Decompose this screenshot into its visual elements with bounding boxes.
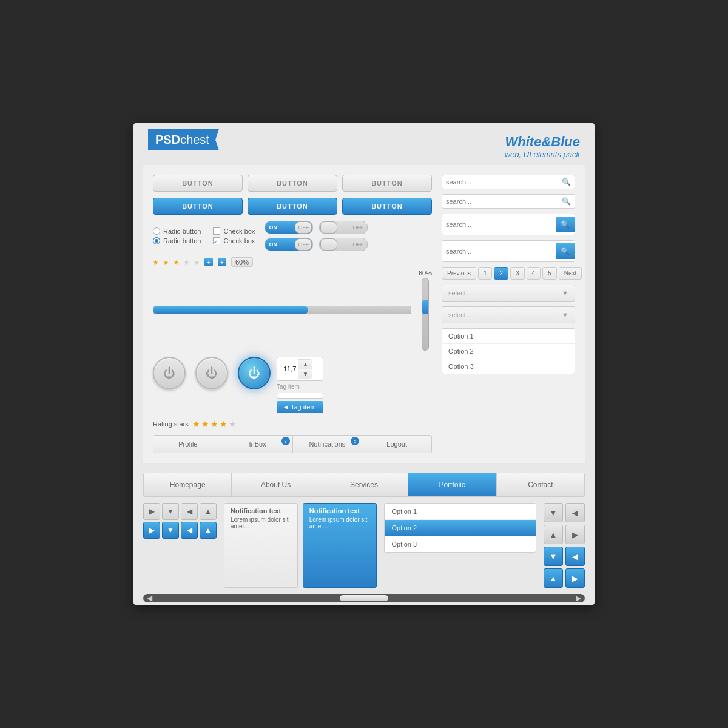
dropdown-1-arrow: ▼: [562, 289, 568, 297]
star-5[interactable]: ★: [229, 419, 237, 429]
vertical-slider-thumb: [422, 300, 428, 314]
stepper-down[interactable]: ▼: [298, 369, 312, 379]
tab-notifications[interactable]: Notifications 5: [293, 436, 363, 453]
toggle-off-label-4: OFF: [352, 241, 367, 248]
rarrow-down-blue[interactable]: ▼: [544, 547, 563, 566]
radio-group: Radio button Radio button: [153, 228, 201, 244]
blue-button-3[interactable]: BUTTON: [342, 198, 432, 215]
arrow-up-gray[interactable]: ▲: [200, 503, 217, 520]
star-4[interactable]: ★: [220, 419, 228, 429]
dropdown-2[interactable]: select... ▼: [442, 306, 575, 323]
nav-contact[interactable]: Contact: [497, 473, 584, 496]
rarrow-up-gray[interactable]: ▲: [544, 525, 563, 544]
page-next[interactable]: Next: [559, 267, 582, 280]
search-icon-2: 🔍: [562, 197, 571, 206]
page-3[interactable]: 3: [510, 267, 525, 280]
star-1[interactable]: ★: [192, 419, 200, 429]
bottom-option-2[interactable]: Option 2: [385, 520, 536, 536]
page-5[interactable]: 5: [542, 267, 557, 280]
scroll-arrow-right[interactable]: ▶: [576, 594, 581, 602]
toggle-off[interactable]: ON OFF: [319, 221, 368, 234]
arrow-down-blue[interactable]: ▼: [162, 522, 179, 539]
tab-profile[interactable]: Profile: [153, 436, 223, 453]
search-button-blue-2[interactable]: 🔍: [556, 243, 575, 259]
radio-circle-2: [153, 237, 160, 244]
blue-button-1[interactable]: BUTTON: [153, 198, 243, 215]
nav-about[interactable]: About Us: [232, 473, 320, 496]
option-item-1[interactable]: Option 1: [442, 329, 575, 344]
option-item-2[interactable]: Option 2: [442, 344, 575, 359]
star-3[interactable]: ★: [211, 419, 218, 429]
power-row: ⏻ ⏻ ⏻: [153, 357, 271, 389]
gray-button-2[interactable]: BUTTON: [248, 175, 337, 192]
bottom-option-1[interactable]: Option 1: [385, 504, 536, 520]
nav-portfolio[interactable]: Portfolio: [408, 473, 496, 496]
rarrow-right-gray[interactable]: ▶: [565, 525, 585, 544]
number-stepper[interactable]: 11,7 ▲ ▼: [281, 359, 312, 379]
radio-item-1[interactable]: Radio button: [153, 228, 201, 235]
search-input-4[interactable]: [446, 248, 553, 255]
logo-ribbon: PSDchest: [148, 129, 219, 150]
power-button-off-2[interactable]: ⏻: [195, 357, 228, 389]
scroll-arrow-left[interactable]: ◀: [147, 594, 152, 602]
search-input-1[interactable]: [446, 178, 559, 186]
search-input-3[interactable]: [446, 221, 553, 228]
nav-bar: Homepage About Us Services Portfolio Con…: [143, 473, 585, 497]
toggle-row: ON OFF ON OFF ON: [265, 221, 368, 251]
stepper-up[interactable]: ▲: [298, 359, 312, 369]
arrow-up-blue[interactable]: ▲: [200, 522, 217, 539]
bottom-option-3[interactable]: Option 3: [385, 536, 536, 552]
scrollbar-area[interactable]: ◀ ▶: [143, 594, 585, 602]
vertical-slider[interactable]: [422, 278, 429, 351]
page-4[interactable]: 4: [527, 267, 541, 280]
search-icon-1: 🔍: [562, 178, 571, 186]
option-item-3[interactable]: Option 3: [442, 359, 575, 374]
rarrow-up-blue[interactable]: ▲: [544, 568, 563, 588]
toggle-off-2[interactable]: ON OFF: [319, 238, 368, 251]
arrow-right-gray[interactable]: ▶: [143, 503, 160, 520]
notification-blue: Notification text Lorem ipsum dolor sit …: [303, 503, 377, 588]
rarrow-right-blue[interactable]: ▶: [565, 568, 585, 588]
progress-bar[interactable]: [153, 306, 411, 314]
page-prev[interactable]: Previous: [442, 267, 476, 280]
search-input-2[interactable]: [446, 198, 559, 205]
toggle-on-2[interactable]: ON OFF: [265, 238, 313, 251]
page-1[interactable]: 1: [478, 267, 493, 280]
arrow-left-gray[interactable]: ◀: [181, 503, 198, 520]
rarrow-left-blue[interactable]: ◀: [565, 547, 585, 566]
star-small-5: ★: [194, 259, 200, 266]
dropdown-1[interactable]: select... ▼: [442, 285, 575, 302]
plus-button[interactable]: +: [204, 258, 213, 266]
star-2[interactable]: ★: [201, 419, 209, 429]
nav-services[interactable]: Services: [320, 473, 408, 496]
scrollbar-thumb[interactable]: [340, 595, 388, 601]
radio-label-1: Radio button: [163, 228, 201, 235]
rarrow-left-gray[interactable]: ◀: [565, 503, 585, 522]
arrow-right-blue[interactable]: ▶: [143, 522, 160, 539]
tag-button[interactable]: ◀ Tag item: [277, 401, 323, 413]
gray-buttons-row: BUTTON BUTTON BUTTON: [153, 175, 432, 192]
toggle-on[interactable]: ON OFF: [265, 221, 313, 234]
gray-button-3[interactable]: BUTTON: [342, 175, 432, 192]
power-button-off-1[interactable]: ⏻: [153, 357, 186, 389]
page-2[interactable]: 2: [494, 267, 508, 280]
search-button-blue-1[interactable]: 🔍: [556, 217, 575, 232]
arrow-down-gray[interactable]: ▼: [162, 503, 179, 520]
nav-homepage[interactable]: Homepage: [144, 473, 232, 496]
tab-inbox[interactable]: InBox 3: [223, 436, 293, 453]
blue-button-2[interactable]: BUTTON: [248, 198, 337, 215]
plus-button-2[interactable]: +: [218, 258, 226, 266]
tag-input-box[interactable]: [277, 393, 323, 399]
arrow-left-blue[interactable]: ◀: [181, 522, 198, 539]
checkbox-1: [213, 228, 220, 235]
check-item-1[interactable]: Check box: [213, 228, 255, 235]
gray-button-1[interactable]: BUTTON: [153, 175, 243, 192]
power-button-on[interactable]: ⏻: [238, 357, 271, 389]
tab-inbox-label: InBox: [249, 440, 266, 448]
stepper-value: 11,7: [281, 364, 298, 374]
check-item-2[interactable]: Check box: [213, 237, 255, 244]
radio-item-2[interactable]: Radio button: [153, 237, 201, 244]
rarrow-down-gray[interactable]: ▼: [544, 503, 563, 522]
tab-logout[interactable]: Logout: [362, 436, 431, 453]
bottom-option-box: Option 1 Option 2 Option 3: [384, 503, 537, 553]
